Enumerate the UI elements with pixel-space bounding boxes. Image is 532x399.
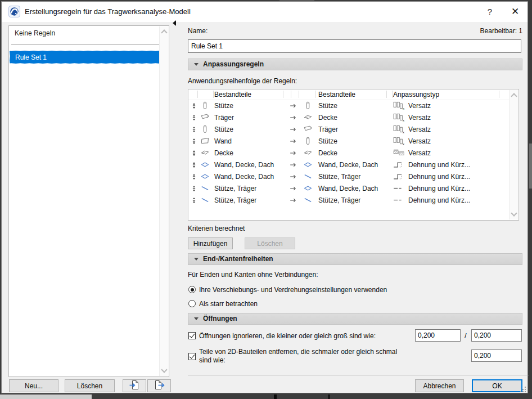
dialog-title: Erstellungsregeln für das Tragwerksanaly… <box>25 7 191 16</box>
help-button[interactable]: ? <box>483 5 497 19</box>
table-row[interactable]: Decke Decke Versatz <box>188 147 510 159</box>
scroll-down-icon[interactable] <box>161 366 167 373</box>
table-row[interactable]: Stütze, Träger Stütze, Träger Dehnung un… <box>188 194 510 206</box>
table-row[interactable]: Wand, Decke, Dach Stütze, Träger Dehnung… <box>188 171 510 182</box>
reorder-handle-icon[interactable] <box>190 159 198 171</box>
table-row[interactable]: Wand, Decke, Dach Wand, Decke, Dach Dehn… <box>188 159 510 171</box>
reorder-handle-icon[interactable] <box>190 100 198 111</box>
reorder-handle-icon[interactable] <box>190 182 198 194</box>
list-item-rule-set-1[interactable]: Rule Set 1 <box>10 51 160 64</box>
table-row[interactable]: Träger Decke x Versatz <box>188 111 510 123</box>
checkbox-remove-2d-parts-label[interactable]: Teile von 2D-Bauteilen entfernen, die sc… <box>199 348 408 365</box>
editable-count-label: Bearbeitbar: 1 <box>354 27 522 35</box>
application-order-label: Anwendungsreihenfolge der Regeln: <box>188 77 297 85</box>
new-rule-set-button[interactable]: Neu... <box>9 379 58 392</box>
name-input[interactable] <box>188 39 521 53</box>
section-header-adjustment-rules[interactable]: Anpassungsregeln <box>188 59 522 70</box>
reorder-handle-icon[interactable] <box>190 135 198 147</box>
scroll-up-icon[interactable] <box>511 93 517 99</box>
rule-set-list: Keine Regeln Rule Set 1 <box>8 25 169 377</box>
close-button[interactable]: ✕ <box>507 5 524 19</box>
source-element-icon <box>198 100 211 111</box>
reorder-handle-icon[interactable] <box>190 111 198 123</box>
checkbox-remove-2d-parts[interactable] <box>188 353 196 360</box>
title-bar[interactable]: Erstellungsregeln für das Tragwerksanaly… <box>2 2 528 22</box>
reorder-handle-icon[interactable] <box>190 123 198 135</box>
adjustment-type-label: Versatz <box>408 147 431 159</box>
arrow-right-icon <box>287 147 299 159</box>
adjustment-type-icon: x <box>393 111 407 123</box>
ok-button[interactable]: OK <box>472 379 522 392</box>
target-element-icon <box>301 182 314 194</box>
arrow-right-icon <box>287 159 299 171</box>
export-rule-set-button[interactable] <box>147 379 171 392</box>
adjustment-type-label: Dehnung und Kürz... <box>408 182 470 194</box>
source-label: Stütze, Träger <box>214 182 256 194</box>
arrow-right-icon <box>287 123 299 135</box>
reorder-handle-icon[interactable] <box>190 194 198 206</box>
checkbox-ignore-openings[interactable] <box>188 332 196 339</box>
column-header-target[interactable]: Bestandteile <box>318 91 355 98</box>
resize-grip[interactable] <box>520 387 527 393</box>
delete-rule-button: Löschen <box>245 237 295 249</box>
screen: Erstellungsregeln für das Tragwerksanaly… <box>0 0 532 399</box>
target-element-icon <box>301 194 314 206</box>
target-label: Stütze <box>318 135 337 147</box>
table-header: Bestandteile Bestandteile Anpassungstyp <box>188 89 510 100</box>
connections-intro-label: Für Enden und Kanten ohne Verbindungen: <box>188 271 318 279</box>
panel-collapse-icon[interactable] <box>173 20 176 26</box>
adjustment-type-label: Dehnung und Kürz... <box>408 171 470 182</box>
section-header-openings[interactable]: Öffnungen <box>188 313 522 325</box>
arrow-right-icon <box>287 171 299 182</box>
column-header-type[interactable]: Anpassungstyp <box>393 91 439 98</box>
delete-rule-set-button[interactable]: Löschen <box>65 379 115 392</box>
target-element-icon <box>301 171 314 182</box>
target-label: Stütze <box>318 100 337 111</box>
value-separator: / <box>465 331 467 340</box>
source-label: Wand <box>214 135 232 147</box>
arrow-right-icon <box>287 111 299 123</box>
checkbox-ignore-openings-label[interactable]: Öffnungen ignorieren, die kleiner oder g… <box>199 332 376 340</box>
table-row[interactable]: Stütze Träger x Versatz <box>188 123 510 135</box>
source-label: Decke <box>214 147 233 159</box>
add-rule-button[interactable]: Hinzufügen <box>188 237 233 249</box>
radio-use-displacement-settings[interactable] <box>188 286 196 293</box>
import-rule-set-button[interactable] <box>123 379 146 392</box>
opening-size-input-1[interactable] <box>415 329 461 342</box>
adjustment-type-icon: x <box>393 123 407 135</box>
name-label: Name: <box>188 27 208 35</box>
rule-list-scrollbar[interactable] <box>159 26 168 376</box>
reorder-handle-icon[interactable] <box>190 171 198 182</box>
chevron-down-icon <box>194 63 199 66</box>
arrow-right-icon <box>287 194 299 206</box>
opening-size-input-2[interactable] <box>471 329 522 342</box>
table-row[interactable]: Stütze, Träger Wand, Decke, Dach Dehnung… <box>188 182 510 194</box>
remove-width-input[interactable] <box>471 349 522 362</box>
section-header-end-edge-freedom[interactable]: End-/Kantenfreiheiten <box>188 253 522 265</box>
table-row[interactable]: Wand Stütze x Versatz <box>188 135 510 147</box>
cancel-button[interactable]: Abbrechen <box>415 379 464 392</box>
radio-use-displacement-settings-label[interactable]: Ihre Verschiebungs- und Verdrehungseinst… <box>199 286 387 294</box>
target-label: Wand, Decke, Dach <box>318 182 378 194</box>
adjustment-type-label: Dehnung und Kürz... <box>408 159 470 171</box>
source-element-icon <box>198 111 211 123</box>
scroll-up-icon[interactable] <box>161 29 167 35</box>
table-row[interactable]: Stütze Stütze x Versatz <box>188 100 510 111</box>
reorder-handle-icon[interactable] <box>190 147 198 159</box>
table-scrollbar[interactable] <box>509 90 518 219</box>
source-label: Stütze <box>214 123 233 135</box>
radio-treat-as-rigid-label[interactable]: Als starr betrachten <box>199 300 258 308</box>
column-header-source[interactable]: Bestandteile <box>214 91 251 98</box>
table-body: Stütze Stütze x Versatz Träger Decke x V… <box>188 100 510 219</box>
adjustment-type-icon <box>393 182 407 194</box>
adjustment-type-label: Versatz <box>408 135 431 147</box>
radio-treat-as-rigid[interactable] <box>188 300 196 307</box>
source-label: Stütze, Träger <box>214 194 256 206</box>
source-element-icon <box>198 123 211 135</box>
adjustment-type-icon: x <box>393 135 407 147</box>
target-label: Stütze, Träger <box>318 194 360 206</box>
scroll-down-icon[interactable] <box>511 210 517 216</box>
chevron-down-icon <box>194 317 199 320</box>
list-item-no-rules[interactable]: Keine Regeln <box>9 26 158 41</box>
svg-text:x: x <box>403 106 404 110</box>
